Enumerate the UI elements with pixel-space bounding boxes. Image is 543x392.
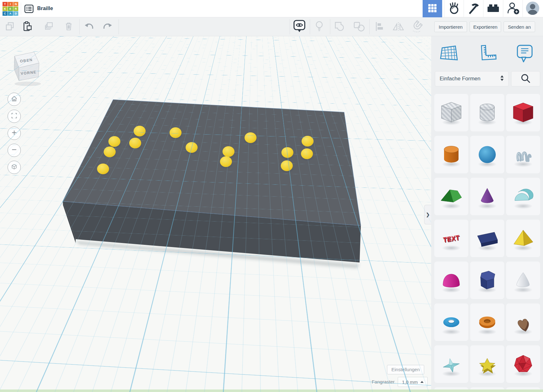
- nav-minecraft-button[interactable]: [464, 0, 483, 17]
- logo-tile: N: [13, 2, 18, 6]
- align-button[interactable]: [373, 21, 385, 33]
- delete-button[interactable]: [63, 21, 75, 33]
- mirror-button[interactable]: [392, 21, 404, 33]
- toolbar-divider: [118, 19, 119, 34]
- status-strip: [0, 389, 543, 392]
- toolbar-divider: [290, 19, 290, 34]
- group-union-icon: [333, 21, 346, 33]
- invite-button[interactable]: [503, 0, 523, 17]
- shape-icosahedron-red[interactable]: [506, 345, 540, 383]
- view-cube[interactable]: OBEN VORNE: [6, 44, 47, 91]
- toolbar-divider: [310, 19, 310, 34]
- paste-button[interactable]: [21, 21, 33, 33]
- plus-icon: [10, 129, 18, 138]
- search-button[interactable]: [511, 71, 540, 86]
- iso-cube-icon: [10, 163, 18, 172]
- shape-star5-yellow[interactable]: [470, 345, 504, 383]
- shape-hex-prism-navy[interactable]: [470, 262, 504, 299]
- mirror-icon: [392, 21, 405, 33]
- shape-paraboloid-magenta[interactable]: [434, 262, 468, 299]
- notes-bubble-icon: [515, 43, 534, 65]
- snap-grid-value: 1,0 mm: [402, 379, 418, 385]
- duplicate-icon: [43, 21, 55, 33]
- logo-tile: T: [3, 2, 8, 6]
- export-button[interactable]: Exportieren: [470, 21, 501, 32]
- panel-collapse-handle[interactable]: ❯: [424, 205, 431, 224]
- shape-soft-cone-white[interactable]: [506, 262, 540, 299]
- nav-lego-button[interactable]: [483, 0, 503, 17]
- zoom-in-button[interactable]: [8, 127, 21, 140]
- nav-tinker-button[interactable]: [444, 0, 464, 17]
- notes-tool[interactable]: [514, 43, 536, 65]
- tinkercad-logo[interactable]: TINKERCAD: [3, 2, 18, 16]
- shape-box-red[interactable]: [506, 94, 540, 131]
- shape-cone-purple[interactable]: [470, 178, 504, 215]
- shape-torus-blue[interactable]: [434, 303, 468, 341]
- tinker-hand-icon: [448, 1, 460, 16]
- caret-up-icon: [420, 381, 424, 383]
- ungroup-icon: [353, 21, 365, 33]
- nav-dashboard-button[interactable]: [423, 0, 442, 17]
- minus-icon: [10, 146, 18, 155]
- copy-button[interactable]: [4, 21, 16, 33]
- shapes-panel: Einfache Formen TEXTTEXT: [431, 36, 543, 392]
- magnet-icon: [411, 20, 423, 34]
- home-icon: [10, 95, 18, 104]
- perspective-toggle-button[interactable]: [8, 161, 21, 174]
- avatar-icon: [526, 1, 540, 16]
- eye-bubble-icon: [293, 20, 306, 35]
- snap-grid-select[interactable]: 1,0 mm: [398, 377, 428, 387]
- snap-button[interactable]: [411, 21, 423, 33]
- redo-button[interactable]: [101, 21, 113, 33]
- app-header: TINKERCAD Braille: [0, 0, 543, 17]
- duplicate-button[interactable]: [43, 21, 55, 33]
- show-hide-button[interactable]: [293, 21, 305, 33]
- shape-round-roof-teal[interactable]: [506, 178, 540, 215]
- shape-tube-orange[interactable]: [470, 303, 504, 341]
- undo-button[interactable]: [83, 21, 95, 33]
- send-to-button[interactable]: Senden an: [504, 21, 535, 32]
- logo-tile: C: [3, 11, 8, 16]
- zoom-out-button[interactable]: [8, 144, 21, 157]
- avatar[interactable]: [523, 0, 542, 17]
- ruler-tool[interactable]: [476, 43, 498, 65]
- shape-roof-green[interactable]: [434, 178, 468, 215]
- shape-scribble-gray[interactable]: [506, 136, 540, 173]
- shape-star4-teal[interactable]: [434, 345, 468, 383]
- shape-cylinder-orange[interactable]: [434, 136, 468, 173]
- dashboard-grid-icon: [427, 3, 438, 15]
- workplane-icon: [439, 43, 459, 65]
- logo-tile: K: [3, 7, 8, 11]
- category-dropdown[interactable]: Einfache Formen: [435, 71, 509, 86]
- align-icon: [374, 21, 385, 33]
- shape-box-transparent[interactable]: [434, 94, 468, 131]
- lego-brick-icon: [486, 3, 500, 14]
- toolbar-divider: [330, 19, 330, 34]
- viewport-3d[interactable]: OBEN VORNE ❯ Einstellungen Fangraster 1,…: [0, 36, 431, 392]
- fit-view-button[interactable]: [8, 110, 21, 123]
- shape-sphere-blue[interactable]: [470, 136, 504, 173]
- light-button[interactable]: [313, 21, 325, 33]
- logo-tile: I: [8, 2, 13, 6]
- minecraft-pickaxe-icon: [467, 2, 480, 16]
- undo-icon: [84, 21, 95, 33]
- person-add-icon: [506, 1, 520, 16]
- ruler-icon: [477, 43, 497, 65]
- design-menu-button[interactable]: [24, 4, 34, 14]
- workplane-tool[interactable]: [438, 43, 460, 65]
- category-dropdown-value: Einfache Formen: [440, 76, 500, 82]
- shape-text-red[interactable]: TEXTTEXT: [434, 220, 468, 257]
- shape-heart-brown[interactable]: [506, 303, 540, 341]
- import-button[interactable]: Importieren: [434, 21, 467, 32]
- shape-pyramid-yellow[interactable]: [506, 220, 540, 257]
- shape-cylinder-transparent[interactable]: [470, 94, 504, 131]
- ungroup-button[interactable]: [353, 21, 365, 33]
- bulb-icon: [314, 20, 325, 34]
- group-button[interactable]: [334, 21, 346, 33]
- design-title: Braille: [37, 6, 53, 11]
- logo-tile: R: [13, 7, 18, 11]
- dropdown-arrows-icon: [500, 75, 504, 83]
- home-view-button[interactable]: [8, 93, 21, 106]
- shape-wedge-navy[interactable]: [470, 220, 504, 257]
- settings-button[interactable]: Einstellungen: [387, 365, 424, 374]
